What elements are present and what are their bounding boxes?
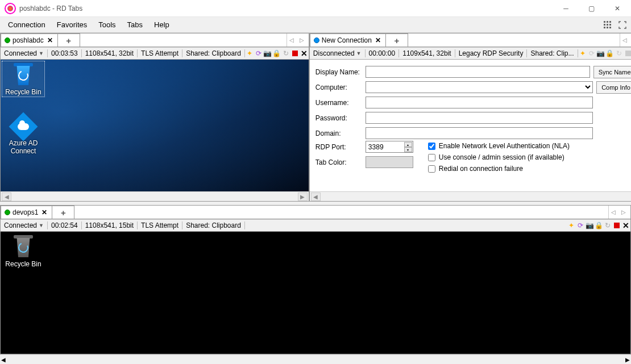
status-state[interactable]: Connected ▼ [1, 221, 48, 229]
spin-up[interactable]: ▴ [404, 142, 412, 147]
status-res: 1109x541, 32bit [399, 49, 455, 57]
status-res: 1108x541, 15bit [82, 221, 138, 229]
tab-scroll-left[interactable]: ◁ [609, 208, 618, 216]
status-bar-bottom: Connected ▼ 00:02:54 1108x541, 15bit TLS… [1, 219, 630, 232]
svg-rect-8 [609, 27, 611, 28]
menu-tools[interactable]: Tools [93, 18, 121, 31]
status-shared: Shared: Clipboard [182, 49, 245, 57]
svg-rect-2 [609, 21, 611, 23]
spin-down[interactable]: ▾ [404, 147, 412, 152]
new-tab-button[interactable]: + [385, 34, 408, 47]
connected-icon [5, 37, 10, 43]
label-display-name: Display Name: [316, 68, 362, 76]
label-rdp-port: RDP Port: [316, 143, 362, 151]
tab-poshlabdc[interactable]: poshlabdc ✕ [1, 34, 58, 47]
title-bar: poshlabdc - RD Tabs ─ ▢ ✕ [0, 0, 631, 17]
new-connection-icon [314, 37, 319, 43]
svg-rect-6 [604, 27, 605, 28]
connected-icon [5, 210, 10, 215]
new-tab-button[interactable]: + [52, 206, 74, 219]
pane-bottom: devops1 ✕ + ◁ ▷ Connected ▼ 00:02:54 110… [0, 205, 631, 354]
favorite-icon[interactable]: ✦ [567, 221, 576, 230]
refresh-icon[interactable]: ↻ [615, 49, 624, 58]
sync-icon[interactable]: ⟳ [254, 49, 263, 58]
menu-help[interactable]: Help [148, 18, 175, 31]
check-nla[interactable]: Enable Network Level Authentication (NLA… [428, 142, 570, 150]
svg-rect-7 [607, 27, 608, 28]
label-username: Username: [316, 99, 362, 107]
tab-scroll-left[interactable]: ◁ [620, 36, 629, 44]
new-tab-button[interactable]: + [57, 34, 80, 47]
comp-info-button[interactable]: Comp Info [596, 81, 631, 94]
desktop-icon-recycle-bin[interactable]: Recycle Bin [3, 62, 44, 96]
menu-connection[interactable]: Connection [2, 18, 51, 31]
camera-icon[interactable]: 📷 [263, 49, 272, 58]
refresh-icon[interactable]: ↻ [603, 221, 612, 230]
app-icon [5, 3, 16, 14]
close-pane-icon[interactable]: ✕ [300, 49, 309, 58]
svg-rect-0 [604, 21, 605, 23]
hscrollbar-bottom[interactable]: ◀▶ [0, 354, 631, 364]
tab-devops1[interactable]: devops1 ✕ [1, 206, 52, 219]
tab-close-icon[interactable]: ✕ [374, 36, 382, 44]
fullscreen-icon[interactable] [616, 19, 629, 31]
favorite-icon[interactable]: ✦ [245, 49, 254, 58]
tabstrip-top-right: New Connection ✕ + ◁ ▷ [310, 34, 631, 47]
tab-scroll-left[interactable]: ◁ [287, 36, 296, 44]
status-state[interactable]: Disconnected ▼ [310, 49, 366, 57]
hscrollbar[interactable]: ◀▶ [1, 191, 309, 201]
check-redial[interactable]: Redial on connection failure [428, 165, 570, 173]
grid-icon[interactable] [601, 19, 614, 31]
tab-close-icon[interactable]: ✕ [46, 36, 54, 44]
desktop-icon-recycle-bin[interactable]: Recycle Bin [3, 234, 44, 268]
tab-scroll-right[interactable]: ▷ [619, 208, 628, 216]
status-state[interactable]: Connected ▼ [1, 49, 48, 57]
maximize-button[interactable]: ▢ [579, 0, 604, 17]
desktop-icon-label: Azure AD Connect [3, 139, 44, 155]
status-time: 00:02:54 [48, 221, 82, 229]
menu-favorites[interactable]: Favorites [51, 18, 93, 31]
status-enc: Legacy RDP Security [455, 49, 528, 57]
pane-top-left: poshlabdc ✕ + ◁ ▷ Connected ▼ 00:03:53 1… [0, 33, 309, 202]
stop-icon[interactable] [290, 49, 300, 58]
close-button[interactable]: ✕ [604, 0, 630, 17]
refresh-icon[interactable]: ↻ [281, 49, 290, 58]
tab-label: devops1 [13, 208, 38, 216]
close-pane-icon[interactable]: ✕ [621, 221, 630, 230]
computer-select[interactable] [366, 81, 593, 93]
remote-desktop-devops1[interactable]: Recycle Bin [1, 232, 630, 354]
minimize-button[interactable]: ─ [553, 0, 579, 17]
tab-color-picker[interactable] [366, 156, 413, 168]
sync-icon[interactable]: ⟳ [576, 221, 585, 230]
svg-rect-1 [607, 21, 608, 23]
password-input[interactable] [366, 112, 593, 124]
svg-rect-5 [609, 24, 611, 26]
camera-icon[interactable]: 📷 [585, 221, 594, 230]
check-console[interactable]: Use console / admin session (if availabl… [428, 153, 570, 161]
status-enc: TLS Attempt [138, 221, 182, 229]
menu-tabs[interactable]: Tabs [122, 18, 148, 31]
favorite-icon[interactable]: ✦ [578, 49, 587, 58]
display-name-input[interactable] [366, 66, 590, 78]
domain-input[interactable] [366, 127, 593, 139]
label-domain: Domain: [316, 129, 362, 137]
tab-scroll-right[interactable]: ▷ [297, 36, 306, 44]
hscrollbar[interactable]: ◀▶ [310, 191, 631, 201]
label-computer: Computer: [316, 83, 362, 91]
lock-icon[interactable]: 🔒 [605, 49, 615, 58]
desktop-icon-label: Recycle Bin [3, 88, 44, 96]
sync-name-button[interactable]: Sync Name [593, 66, 631, 78]
tab-label: New Connection [322, 36, 372, 44]
lock-icon[interactable]: 🔒 [272, 49, 281, 58]
remote-desktop-poshlabdc[interactable]: Recycle Bin Azure AD Connect [1, 60, 309, 191]
tab-close-icon[interactable]: ✕ [40, 208, 48, 216]
sync-icon[interactable]: ⟳ [587, 49, 596, 58]
stop-icon[interactable] [612, 221, 621, 230]
tab-new-connection[interactable]: New Connection ✕ [310, 34, 386, 47]
lock-icon[interactable]: 🔒 [594, 221, 603, 230]
camera-icon[interactable]: 📷 [596, 49, 605, 58]
desktop-icon-azure-ad-connect[interactable]: Azure AD Connect [3, 113, 44, 155]
tab-label: poshlabdc [13, 36, 44, 44]
username-input[interactable] [366, 97, 593, 108]
stop-icon[interactable] [624, 49, 631, 58]
